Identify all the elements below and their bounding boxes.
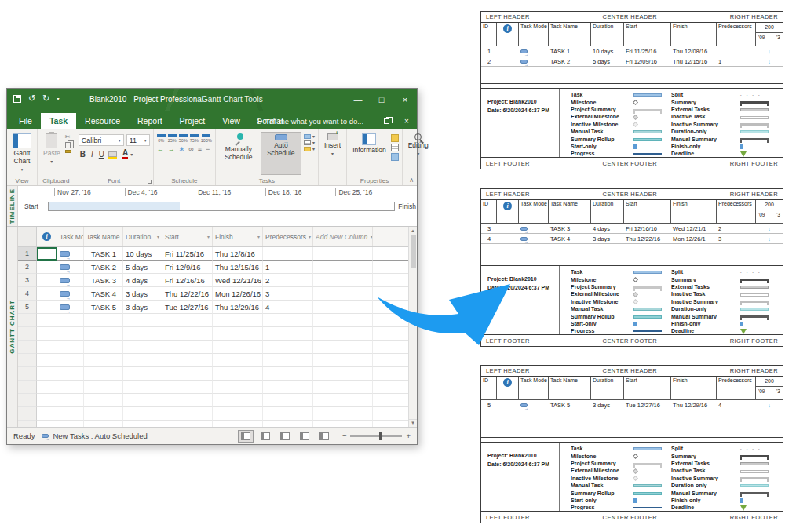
view-report-button[interactable] [316,430,332,443]
finish-cell[interactable] [213,327,263,341]
indent-icon[interactable]: → [168,145,175,153]
column-header-start[interactable]: Start▾ [162,227,213,246]
qat-customize-icon[interactable]: ▾ [57,96,59,101]
zoom-out-icon[interactable]: − [342,432,347,440]
add-new-column-cell[interactable] [313,381,373,394]
finish-cell[interactable] [213,341,263,354]
predecessors-cell[interactable] [263,407,313,421]
filter-arrow-icon[interactable]: ▾ [257,234,260,239]
add-new-column-cell[interactable] [313,274,373,287]
gantt-pane-strip[interactable]: GANTT CHART [7,227,18,427]
add-new-column-cell[interactable] [313,301,373,314]
tab-file[interactable]: File [10,113,41,129]
start-cell[interactable] [162,314,213,327]
task-name-cell[interactable] [84,314,123,327]
filter-arrow-icon[interactable]: ▾ [157,234,159,239]
duration-cell[interactable] [123,421,162,427]
font-size-select[interactable]: 11 ▾ [126,134,150,146]
auto-schedule-button[interactable]: Auto Schedule [261,132,301,175]
percent-complete-button[interactable]: 100% [201,134,212,143]
info-cell[interactable] [37,354,57,367]
save-icon[interactable] [13,95,21,103]
duration-cell[interactable] [123,381,162,394]
zoom-thumb[interactable] [379,432,382,440]
info-cell[interactable] [37,381,57,394]
scroll-up-icon[interactable]: ▲ [411,228,415,234]
gantt-chart-button[interactable]: Gantt Chart ▾ [10,132,34,175]
duration-cell[interactable]: 4 days [123,274,162,287]
start-cell[interactable]: Thu 12/22/16 [162,287,213,301]
info-cell[interactable] [37,421,57,427]
column-header-duration[interactable]: Duration▾ [123,227,162,246]
collapse-ribbon-icon[interactable]: ∧ [409,177,414,184]
start-cell[interactable] [162,407,213,421]
info-cell[interactable] [37,367,57,381]
add-new-column-cell[interactable] [313,394,373,407]
predecessors-cell[interactable]: 2 [263,274,313,287]
start-cell[interactable]: Fri 12/16/16 [162,274,213,287]
task-name-cell[interactable] [84,341,123,354]
finish-cell[interactable] [213,354,263,367]
select-all-corner[interactable] [18,227,37,246]
task-name-cell[interactable]: TASK 5 [84,301,123,314]
scrollbar-thumb[interactable] [411,235,416,268]
task-name-cell[interactable]: TASK 4 [84,287,123,301]
finish-cell[interactable]: Wed 12/21/16 [213,274,263,287]
predecessors-cell[interactable] [263,394,313,407]
info-cell[interactable] [37,327,57,341]
start-cell[interactable] [162,367,213,381]
predecessors-cell[interactable] [263,247,313,261]
task-name-cell[interactable]: TASK 3 [84,274,123,287]
predecessors-cell[interactable] [263,381,313,394]
view-task-usage-button[interactable] [257,430,273,443]
info-cell[interactable] [37,247,57,261]
task-mode-cell[interactable] [57,367,84,381]
start-cell[interactable]: Fri 12/9/16 [162,261,213,274]
finish-cell[interactable]: Thu 12/15/16 [213,261,263,274]
format-painter-button[interactable] [65,150,71,153]
maximize-button[interactable]: □ [370,89,393,111]
predecessors-cell[interactable]: 3 [263,287,313,301]
column-header-task-name[interactable]: Task Name▾ [84,227,123,246]
info-cell[interactable] [37,394,57,407]
view-gantt-button[interactable] [238,430,254,443]
task-name-cell[interactable]: TASK 1 [84,247,123,261]
finish-cell[interactable] [213,367,263,381]
row-number[interactable]: 4 [18,287,37,301]
task-mode-cell[interactable] [57,421,84,427]
copy-button[interactable] [65,142,71,148]
filter-arrow-icon[interactable]: ▾ [207,234,210,239]
task-name-cell[interactable] [84,394,123,407]
insert-button[interactable]: Insert ▾ [322,132,343,175]
predecessors-cell[interactable] [263,367,313,381]
tab-project[interactable]: Project [171,113,214,129]
row-number[interactable]: 2 [18,261,37,274]
add-to-timeline-icon[interactable] [391,153,399,161]
manually-schedule-button[interactable]: Manually Schedule [219,132,258,175]
duration-cell[interactable]: 3 days [123,287,162,301]
move-task-button[interactable]: ▾ [304,140,315,145]
duration-cell[interactable]: 10 days [123,247,162,261]
info-cell[interactable] [37,274,57,287]
percent-complete-button[interactable]: 50% [179,134,188,143]
info-cell[interactable] [37,287,57,301]
doc-close-button[interactable]: × [396,112,417,129]
task-mode-cell[interactable] [57,341,84,354]
dialog-launcher-icon[interactable] [148,180,152,184]
finish-cell[interactable] [213,394,263,407]
row-number[interactable] [18,421,37,427]
inspect-task-button[interactable]: ▾ [304,134,315,139]
start-cell[interactable] [162,394,213,407]
task-name-cell[interactable] [84,367,123,381]
column-header-predecessors[interactable]: Predecessors▾ [263,227,313,246]
finish-cell[interactable] [213,381,263,394]
start-cell[interactable] [162,341,213,354]
duration-cell[interactable] [123,367,162,381]
tab-report[interactable]: Report [129,113,171,129]
mode-button[interactable]: ▾ [304,147,315,151]
add-new-column-cell[interactable] [313,314,373,327]
finish-cell[interactable] [213,421,263,427]
percent-complete-button[interactable]: 0% [157,134,166,143]
add-new-column-cell[interactable] [313,341,373,354]
finish-cell[interactable] [213,314,263,327]
